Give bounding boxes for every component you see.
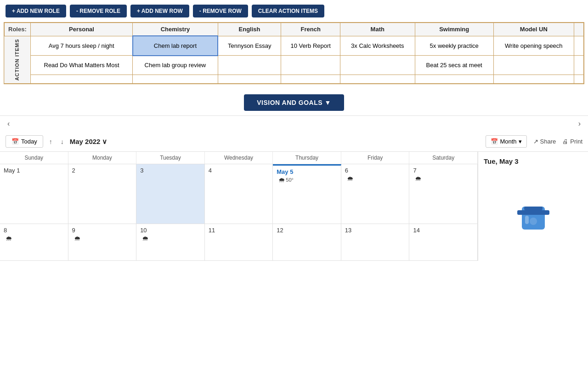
cal-cell-3[interactable]: 3 — [136, 164, 205, 224]
cell-english-3[interactable] — [218, 75, 281, 84]
cell-modelun-3[interactable] — [493, 75, 574, 84]
cell-swimming-3[interactable] — [415, 75, 493, 84]
cell-personal-3[interactable] — [30, 75, 133, 84]
cell-chemistry-2[interactable]: Chem lab group review — [133, 56, 218, 75]
cal-cell-12[interactable]: 12 — [273, 224, 341, 261]
add-role-button[interactable]: + ADD NEW ROLE — [6, 5, 66, 17]
date-num: 12 — [277, 227, 337, 234]
cal-cell-10[interactable]: 10 🌧 — [136, 224, 205, 261]
rain-icon: 🌧 — [278, 176, 285, 184]
cal-cell-6[interactable]: 6 🌧 — [341, 164, 410, 224]
scroll-left-arrow[interactable]: ‹ — [4, 118, 13, 130]
cal-prev-button[interactable]: ↑ — [47, 137, 55, 146]
clear-action-items-button[interactable]: CLEAR ACTION ITEMS — [252, 5, 324, 17]
cell-chemistry-3[interactable] — [133, 75, 218, 84]
date-num: 2 — [72, 167, 133, 174]
cell-personal-1[interactable]: Avg 7 hours sleep / night — [30, 36, 133, 56]
month-text: May 2022 — [70, 138, 101, 145]
cal-cell-may1[interactable]: May 1 — [0, 164, 68, 224]
calendar-header-left: 📅 Today ↑ ↓ May 2022 ∨ — [6, 135, 481, 148]
cell-extra-3 — [574, 75, 584, 84]
cal-cell-11[interactable]: 11 — [205, 224, 273, 261]
col-french: French — [281, 23, 340, 36]
vision-goals-button[interactable]: VISION AND GOALS ▼ — [244, 94, 344, 111]
chevron-down-icon: ∨ — [102, 138, 107, 146]
day-thursday: Thursday — [273, 152, 341, 164]
month-view-button[interactable]: 📅 Month ▾ — [486, 135, 526, 148]
cell-french-2[interactable] — [281, 56, 340, 75]
toolbar: + ADD NEW ROLE - REMOVE ROLE + ADD NEW R… — [0, 0, 588, 22]
cal-cell-7[interactable]: 7 🌧 — [409, 164, 478, 224]
rain-icon: 🌧 — [6, 235, 12, 242]
print-icon: 🖨 — [562, 138, 568, 145]
cell-math-3[interactable] — [340, 75, 415, 84]
roles-header: Roles: — [4, 23, 30, 36]
rain-icon: 🌧 — [415, 175, 421, 182]
cell-modelun-1[interactable]: Write opening speech — [493, 36, 574, 56]
weather-row: 🌧 — [140, 235, 201, 242]
calendar-outer: Sunday Monday Tuesday Wednesday Thursday… — [0, 152, 588, 261]
calendar-month-label[interactable]: May 2022 ∨ — [70, 138, 107, 146]
scroll-nav: ‹ › — [0, 115, 588, 132]
col-empty — [574, 23, 584, 36]
cell-chemistry-1[interactable]: Chem lab report — [133, 36, 218, 56]
cal-next-button[interactable]: ↓ — [58, 137, 66, 146]
cal-cell-9[interactable]: 9 🌧 — [68, 224, 137, 261]
print-label: Print — [570, 138, 582, 145]
cell-swimming-1[interactable]: 5x weekly practice — [415, 36, 493, 56]
date-num: 11 — [209, 227, 269, 234]
today-button[interactable]: 📅 Today — [6, 135, 43, 148]
date-num: 14 — [413, 227, 474, 234]
cal-cell-14[interactable]: 14 — [409, 224, 478, 261]
cal-cell-2[interactable]: 2 — [68, 164, 137, 224]
date-num: 7 — [413, 167, 474, 174]
col-swimming: Swimming — [415, 23, 493, 36]
roles-table: Roles: Personal Chemistry English French… — [4, 22, 584, 84]
table-row: Read Do What Matters Most Chem lab group… — [4, 56, 584, 75]
weather-row: 🌧 — [4, 235, 64, 242]
add-row-button[interactable]: + ADD NEW ROW — [130, 5, 189, 17]
mascot-container — [484, 193, 582, 234]
share-icon: ↗ — [533, 138, 538, 145]
date-num: May 1 — [4, 167, 64, 174]
cell-extra-1 — [574, 36, 584, 56]
day-saturday: Saturday — [409, 152, 478, 164]
day-sunday: Sunday — [0, 152, 68, 164]
date-num: 8 — [4, 227, 64, 234]
col-personal: Personal — [30, 23, 133, 36]
table-row: ACTION ITEMS Avg 7 hours sleep / night C… — [4, 36, 584, 56]
roles-table-container: Roles: Personal Chemistry English French… — [2, 22, 586, 84]
temp-label: 50° — [286, 177, 294, 183]
view-dropdown-icon: ▾ — [519, 138, 522, 145]
cal-cell-8[interactable]: 8 🌧 — [0, 224, 68, 261]
share-button[interactable]: ↗ Share — [533, 138, 556, 145]
scroll-right-arrow[interactable]: › — [575, 118, 584, 130]
weather-row: 🌧 — [72, 235, 133, 242]
cell-french-1[interactable]: 10 Verb Report — [281, 36, 340, 56]
cell-french-3[interactable] — [281, 75, 340, 84]
weather-row: 🌧 50° — [277, 176, 337, 184]
print-button[interactable]: 🖨 Print — [562, 138, 582, 145]
rain-icon: 🌧 — [347, 175, 353, 182]
cell-modelun-2[interactable] — [493, 56, 574, 75]
rain-icon: 🌧 — [142, 235, 148, 242]
cal-cell-13[interactable]: 13 — [341, 224, 410, 261]
cell-math-2[interactable] — [340, 56, 415, 75]
cell-english-1[interactable]: Tennyson Essay — [218, 36, 281, 56]
remove-role-button[interactable]: - REMOVE ROLE — [70, 5, 127, 17]
cal-cell-may5[interactable]: May 5 🌧 50° — [273, 164, 341, 224]
calendar-week-2: 8 🌧 9 🌧 10 🌧 11 — [0, 224, 478, 261]
vision-goals-container: VISION AND GOALS ▼ — [0, 88, 588, 115]
weather-row: 🌧 — [413, 175, 474, 182]
cell-math-1[interactable]: 3x Calc Worksheets — [340, 36, 415, 56]
cell-personal-2[interactable]: Read Do What Matters Most — [30, 56, 133, 75]
calendar-day-names: Sunday Monday Tuesday Wednesday Thursday… — [0, 152, 478, 164]
cal-cell-4[interactable]: 4 — [205, 164, 273, 224]
cell-english-2[interactable] — [218, 56, 281, 75]
cell-swimming-2[interactable]: Beat 25 secs at meet — [415, 56, 493, 75]
remove-row-button[interactable]: - REMOVE ROW — [193, 5, 248, 17]
day-tuesday: Tuesday — [136, 152, 205, 164]
calendar-icon: 📅 — [11, 138, 19, 145]
cell-extra-2 — [574, 56, 584, 75]
col-chemistry: Chemistry — [133, 23, 218, 36]
